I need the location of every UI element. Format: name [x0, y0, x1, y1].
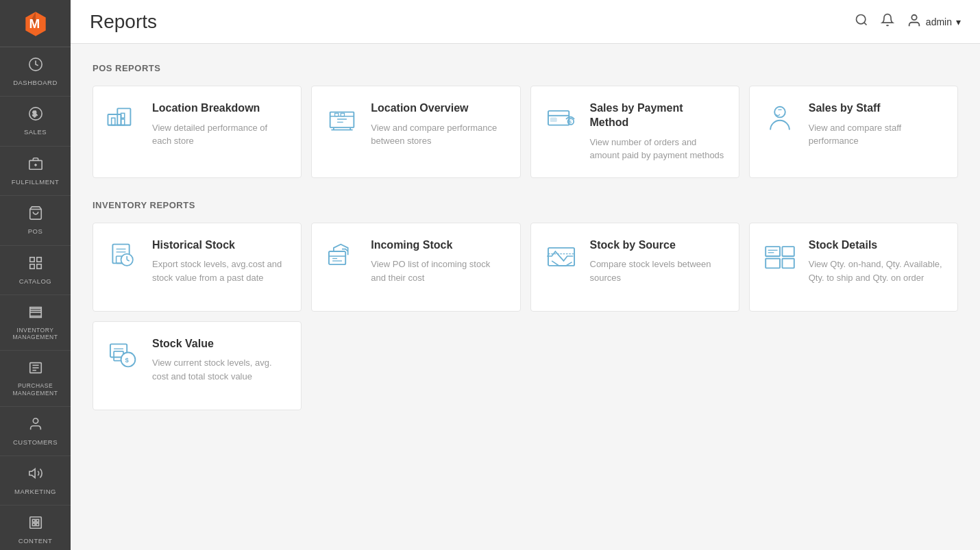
sidebar-item-label: SALES	[24, 128, 47, 136]
svg-rect-63	[765, 247, 780, 256]
svg-text:$: $	[32, 110, 36, 118]
notification-icon[interactable]	[881, 13, 894, 30]
card-incoming-stock-title: Incoming Stock	[371, 238, 506, 253]
card-stock-value-content: Stock Value View current stock levels, a…	[152, 337, 287, 384]
reports-content: POS REPORTS L	[71, 44, 980, 550]
svg-point-30	[911, 15, 916, 20]
content-icon	[28, 515, 43, 534]
marketing-icon	[28, 466, 43, 484]
page-title: Reports	[90, 11, 157, 33]
card-incoming-stock[interactable]: Incoming Stock View PO list of incoming …	[311, 223, 520, 312]
card-sales-staff-content: Sales by Staff View and compare staff pe…	[809, 101, 944, 148]
card-stock-details-title: Stock Details	[809, 238, 944, 253]
svg-rect-32	[112, 118, 115, 125]
stock-value-icon: $	[106, 337, 141, 373]
card-sales-payment-content: Sales by Payment Method View number of o…	[590, 101, 725, 162]
sidebar-item-fulfillment[interactable]: FULFILLMENT	[0, 147, 71, 196]
sidebar-item-inventory[interactable]: INVENTORY MANAGEMENT	[0, 295, 71, 351]
sidebar-item-label: POS	[28, 227, 43, 235]
sidebar-item-pos[interactable]: POS	[0, 196, 71, 245]
sidebar-item-label: INVENTORY MANAGEMENT	[5, 327, 65, 340]
location-overview-icon	[324, 101, 360, 137]
stock-source-icon	[543, 238, 579, 274]
svg-rect-13	[36, 264, 40, 268]
svg-rect-45	[550, 118, 556, 121]
svg-line-29	[864, 23, 867, 25]
pos-reports-grid: Location Breakdown View detailed perform…	[93, 86, 958, 178]
svg-rect-10	[29, 257, 34, 261]
svg-rect-26	[32, 523, 35, 526]
sidebar-item-dashboard[interactable]: DASHBOARD	[0, 47, 71, 97]
card-sales-payment-desc: View number of orders and amount paid by…	[590, 136, 725, 162]
card-stock-source-desc: Compare stock levels between sources	[590, 258, 725, 284]
main-content: Reports admin	[71, 0, 980, 550]
pos-reports-section: POS REPORTS L	[93, 63, 958, 178]
card-incoming-stock-content: Incoming Stock View PO list of incoming …	[371, 238, 506, 285]
svg-rect-57	[329, 251, 345, 264]
svg-text:$: $	[569, 120, 572, 124]
inventory-reports-section: INVENTORY REPORTS	[93, 200, 958, 410]
admin-chevron-icon: ▾	[956, 16, 961, 27]
svg-rect-66	[782, 258, 794, 268]
header: Reports admin	[71, 0, 980, 44]
sidebar-logo: M	[0, 0, 71, 47]
sidebar-item-label: CATALOG	[19, 277, 52, 285]
sidebar: M DASHBOARD $ SALES FULFILLMENT	[0, 0, 71, 550]
card-historical-stock-title: Historical Stock	[152, 238, 287, 253]
inventory-reports-grid-1: Historical Stock Export stock levels, av…	[93, 223, 958, 312]
sidebar-item-label: MARKETING	[14, 488, 56, 495]
card-location-overview-desc: View and compare performance between sto…	[371, 121, 506, 148]
svg-point-28	[856, 15, 865, 24]
card-location-overview-content: Location Overview View and compare perfo…	[371, 101, 506, 148]
sidebar-item-content[interactable]: CONTENT	[0, 505, 71, 550]
card-historical-stock-content: Historical Stock Export stock levels, av…	[152, 238, 287, 285]
card-location-breakdown-content: Location Breakdown View detailed perform…	[152, 101, 287, 148]
card-incoming-stock-desc: View PO list of incoming stock and their…	[371, 258, 506, 284]
svg-rect-11	[36, 257, 40, 261]
card-location-breakdown-desc: View detailed performance of each store	[152, 121, 287, 148]
header-actions: admin ▾	[855, 13, 961, 30]
sidebar-item-purchase[interactable]: PURCHASE MANAGEMENT	[0, 351, 71, 406]
card-stock-value-desc: View current stock levels, avg. cost and…	[152, 356, 287, 383]
card-sales-payment[interactable]: $ Sales by Payment Method View number of…	[530, 86, 739, 178]
card-location-breakdown[interactable]: Location Breakdown View detailed perform…	[93, 86, 302, 178]
admin-avatar-icon	[907, 13, 922, 30]
historical-stock-icon	[106, 238, 141, 274]
sidebar-item-label: PURCHASE MANAGEMENT	[5, 382, 65, 396]
card-sales-staff[interactable]: Sales by Staff View and compare staff pe…	[749, 86, 958, 178]
admin-name: admin	[926, 16, 952, 27]
card-location-overview[interactable]: Location Overview View and compare perfo…	[311, 86, 520, 178]
sales-staff-icon	[762, 101, 798, 137]
card-stock-details-content: Stock Details View Qty. on-hand, Qty. Av…	[809, 238, 944, 285]
svg-rect-12	[29, 264, 34, 268]
search-icon[interactable]	[855, 13, 868, 30]
sidebar-item-customers[interactable]: CUSTOMERS	[0, 407, 71, 456]
sales-icon: $	[28, 106, 43, 125]
card-location-overview-title: Location Overview	[371, 101, 506, 116]
sidebar-item-sales[interactable]: $ SALES	[0, 97, 71, 146]
svg-rect-27	[36, 523, 38, 526]
admin-menu[interactable]: admin ▾	[907, 13, 961, 30]
svg-rect-65	[782, 247, 794, 256]
dashboard-icon	[28, 57, 43, 75]
card-stock-source[interactable]: Stock by Source Compare stock levels bet…	[530, 223, 739, 312]
sidebar-item-catalog[interactable]: CATALOG	[0, 246, 71, 295]
pos-reports-title: POS REPORTS	[93, 63, 958, 73]
svg-text:$: $	[125, 356, 130, 364]
customers-icon	[28, 416, 43, 435]
card-stock-value[interactable]: $ Stock Value View current stock levels,…	[93, 321, 302, 410]
card-location-breakdown-title: Location Breakdown	[152, 101, 287, 116]
card-stock-details[interactable]: Stock Details View Qty. on-hand, Qty. Av…	[749, 223, 958, 312]
svg-rect-24	[32, 520, 35, 523]
sidebar-item-marketing[interactable]: MARKETING	[0, 456, 71, 505]
svg-rect-23	[29, 517, 41, 529]
svg-rect-25	[36, 520, 38, 523]
sales-payment-icon: $	[543, 101, 579, 137]
card-historical-stock[interactable]: Historical Stock Export stock levels, av…	[93, 223, 302, 312]
catalog-icon	[28, 255, 43, 274]
inventory-icon	[28, 305, 43, 323]
fulfillment-icon	[28, 156, 43, 175]
svg-text:M: M	[29, 16, 40, 31]
pos-icon	[28, 205, 43, 224]
card-stock-source-content: Stock by Source Compare stock levels bet…	[590, 238, 725, 285]
